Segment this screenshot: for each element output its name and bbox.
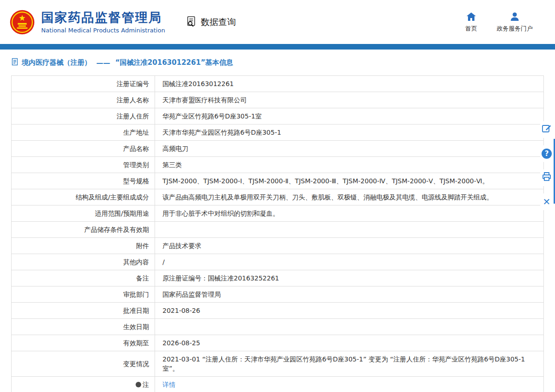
row-label: 生产地址 <box>12 124 155 141</box>
nav-portal-label: 政务服务门户 <box>497 25 533 33</box>
page-title: “国械注准20163012261”基本信息 <box>115 58 233 67</box>
row-value: 第三类 <box>155 157 544 173</box>
edit-button[interactable] <box>540 121 553 138</box>
table-row: 备注原注册证编号：国械注准20163252261 <box>12 270 544 286</box>
top-header: 国家药品监督管理局 National Medical Products Admi… <box>0 0 555 44</box>
row-label: 附件 <box>12 238 155 254</box>
row-label: 批准日期 <box>12 303 155 319</box>
nav-portal[interactable]: 政务服务门户 <box>497 11 533 33</box>
print-button[interactable] <box>540 169 553 186</box>
table-row: 产品储存条件及有效期 <box>12 222 544 238</box>
row-label: 结构及组成/主要组成成分 <box>12 189 155 205</box>
question-icon: ? <box>542 149 552 159</box>
table-row: 附件产品技术要求 <box>12 238 544 254</box>
info-table-body: 注册证编号国械注准20163012261注册人名称天津市赛盟医疗科技有限公司注册… <box>12 76 544 392</box>
row-label: 变更情况 <box>12 351 155 377</box>
row-value: 产品技术要求 <box>155 238 544 254</box>
row-value: 原注册证编号：国械注准20163252261 <box>155 270 544 286</box>
breadcrumb-separator: —— <box>96 59 110 67</box>
row-value: 国家药品监督管理局 <box>155 286 544 303</box>
row-value: 2021-03-01 “注册人住所：天津市华苑产业园区竹苑路6号D座305-1”… <box>155 351 544 377</box>
table-row: 注册人住所华苑产业区竹苑路6号D座305-1室 <box>12 108 544 124</box>
table-row: 有效期至2026-08-25 <box>12 335 544 351</box>
data-query-tab[interactable]: 数据查询 <box>186 15 236 29</box>
org-names: 国家药品监督管理局 National Medical Products Admi… <box>41 10 165 33</box>
table-row: 型号规格TJSM-2000、TJSM-2000-Ⅰ、TJSM-2000-Ⅱ、TJ… <box>12 173 544 189</box>
row-value: 天津市赛盟医疗科技有限公司 <box>155 92 544 108</box>
row-label: 有效期至 <box>12 335 155 351</box>
row-value: 详情 <box>155 377 544 392</box>
close-button[interactable]: ✕ <box>540 193 553 210</box>
breadcrumb: 境内医疗器械（注册） —— “国械注准20163012261”基本信息 <box>11 58 544 68</box>
row-value: 2026-08-25 <box>155 335 544 351</box>
row-value: 天津市华苑产业园区竹苑路6号D座305-1 <box>155 124 544 141</box>
user-icon <box>509 11 520 22</box>
row-label: 型号规格 <box>12 173 155 189</box>
table-row: 注册证编号国械注准20163012261 <box>12 76 544 92</box>
org-name-cn: 国家药品监督管理局 <box>41 10 165 25</box>
table-row: 结构及组成/主要组成成分该产品由高频电刀主机及单极用双开关刀柄、刀头、敷肌板、双… <box>12 189 544 205</box>
data-query-label: 数据查询 <box>201 16 236 28</box>
row-label: 管理类别 <box>12 157 155 173</box>
row-value <box>155 222 544 238</box>
row-label: 产品名称 <box>12 141 155 157</box>
row-label: 适用范围/预期用途 <box>12 205 155 222</box>
nav-home[interactable]: 首页 <box>465 11 477 33</box>
table-row: 批准日期2021-08-26 <box>12 303 544 319</box>
row-value: / <box>155 254 544 270</box>
help-button[interactable]: ? <box>540 145 553 162</box>
nav-home-label: 首页 <box>465 25 477 33</box>
table-row: 变更情况2021-03-01 “注册人住所：天津市华苑产业园区竹苑路6号D座30… <box>12 351 544 377</box>
table-row: 产品名称高频电刀 <box>12 141 544 157</box>
breadcrumb-category: 境内医疗器械（注册） <box>22 58 91 67</box>
table-row: 适用范围/预期用途用于非心脏手术中对组织的切割和凝血。 <box>12 205 544 222</box>
table-row: 其他内容/ <box>12 254 544 270</box>
row-label: 生效日期 <box>12 319 155 335</box>
row-label: 注册证编号 <box>12 76 155 92</box>
table-row: 生效日期 <box>12 319 544 335</box>
header-nav: 首页 政务服务门户 <box>465 11 533 33</box>
row-value: 该产品由高频电刀主机及单极用双开关刀柄、刀头、敷肌板、双极镊、消融电极及其电缆、… <box>155 189 544 205</box>
row-label: 注册人名称 <box>12 92 155 108</box>
row-value: 国械注准20163012261 <box>155 76 544 92</box>
table-row: 管理类别第三类 <box>12 157 544 173</box>
main-content: 境内医疗器械（注册） —— “国械注准20163012261”基本信息 注册证编… <box>0 50 555 392</box>
row-value: 用于非心脏手术中对组织的切割和凝血。 <box>155 205 544 222</box>
row-value <box>155 319 544 335</box>
home-icon <box>466 11 477 22</box>
row-label: 其他内容 <box>12 254 155 270</box>
row-value: TJSM-2000、TJSM-2000-Ⅰ、TJSM-2000-Ⅱ、TJSM-2… <box>155 173 544 189</box>
side-toolbar: ? ✕ <box>539 121 555 218</box>
edit-icon <box>541 123 552 136</box>
detail-link[interactable]: 详情 <box>162 381 175 388</box>
row-value: 高频电刀 <box>155 141 544 157</box>
row-label: 注册人住所 <box>12 108 155 124</box>
close-icon: ✕ <box>543 197 551 206</box>
table-row: 注册人名称天津市赛盟医疗科技有限公司 <box>12 92 544 108</box>
table-row: 注详情 <box>12 377 544 392</box>
row-label: 注 <box>12 377 155 392</box>
row-label: 备注 <box>12 270 155 286</box>
row-value: 华苑产业区竹苑路6号D座305-1室 <box>155 108 544 124</box>
header-divider-bar <box>0 44 555 50</box>
data-query-icon <box>186 15 198 29</box>
document-icon <box>11 58 19 68</box>
row-label: 产品储存条件及有效期 <box>12 222 155 238</box>
table-row: 生产地址天津市华苑产业园区竹苑路6号D座305-1 <box>12 124 544 141</box>
printer-icon <box>541 171 552 184</box>
row-label: 审批部门 <box>12 286 155 303</box>
note-icon <box>136 382 141 387</box>
national-emblem-logo <box>9 9 35 35</box>
table-row: 审批部门国家药品监督管理局 <box>12 286 544 303</box>
row-value: 2021-08-26 <box>155 303 544 319</box>
registration-info-table: 注册证编号国械注准20163012261注册人名称天津市赛盟医疗科技有限公司注册… <box>11 75 544 392</box>
org-name-en: National Medical Products Administration <box>41 27 165 34</box>
